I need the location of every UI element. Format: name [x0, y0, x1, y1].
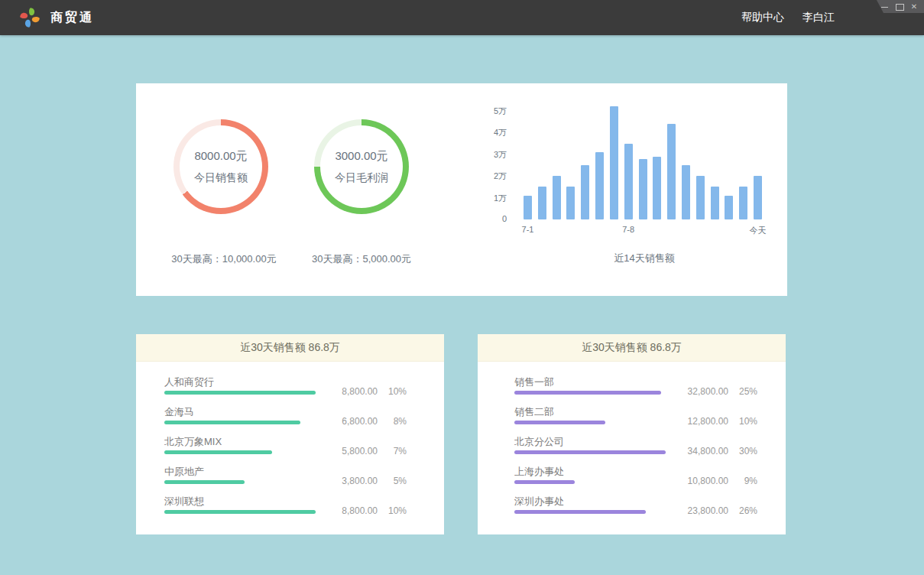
sales-amount: 8,800.00 [324, 386, 378, 397]
progress-bar [164, 421, 300, 424]
y-axis-tick: 3万 [461, 149, 507, 161]
topbar-links: 帮助中心 李白江 [741, 0, 835, 35]
today-sales-label: 今日销售额 [194, 171, 248, 185]
department-ranking-list: 销售一部 32,800.00 25% 销售二部 12,800.00 10% 北京… [478, 362, 786, 524]
customer-name: 北京万象MIX [164, 435, 222, 449]
sales-bar [624, 144, 633, 219]
row-values: 23,800.00 26% [675, 505, 757, 516]
customer-name: 深圳联想 [164, 495, 204, 508]
sales-bar [739, 187, 747, 219]
list-item: 销售一部 32,800.00 25% [514, 375, 757, 404]
list-item: 人和商贸行 8,800.00 10% [164, 375, 407, 404]
title-bar: 商贸通 帮助中心 李白江 ✕ [0, 0, 924, 35]
y-axis-tick: 4万 [461, 127, 507, 138]
department-ranking-card: 近30天销售额 86.8万 销售一部 32,800.00 25% 销售二部 12… [478, 334, 786, 534]
progress-bar [514, 391, 661, 395]
sales-amount: 6,800.00 [324, 416, 378, 427]
sales-percent: 10% [728, 416, 757, 427]
close-icon[interactable]: ✕ [910, 3, 918, 11]
department-name: 销售一部 [514, 375, 554, 389]
maximize-icon[interactable] [896, 3, 903, 11]
today-profit-value: 3000.00元 [335, 149, 387, 164]
row-values: 3,800.00 5% [324, 476, 407, 486]
sales-bar [711, 187, 719, 219]
sales-bar [524, 196, 532, 219]
window-controls: ✕ [877, 0, 924, 13]
sales-bar [725, 196, 733, 219]
progress-bar [164, 480, 245, 484]
x-axis-tick: 7-8 [605, 225, 651, 234]
x-axis-tick: 今天 [735, 225, 781, 236]
progress-bar [514, 480, 575, 484]
list-item: 中原地产 3,800.00 5% [164, 464, 407, 494]
today-sales-donut-chart: 8000.00元 今日销售额 [173, 119, 268, 214]
sales-percent: 5% [378, 476, 407, 486]
y-axis-tick: 2万 [461, 171, 507, 182]
progress-track [164, 391, 316, 395]
progress-bar [164, 510, 316, 514]
row-values: 8,800.00 10% [324, 386, 407, 397]
progress-track [164, 480, 316, 484]
progress-track [164, 450, 316, 454]
progress-bar [514, 421, 605, 424]
list-item: 上海办事处 10,800.00 9% [514, 464, 757, 494]
sales-percent: 8% [378, 416, 407, 427]
department-name: 销售二部 [514, 405, 554, 419]
sales-bar [610, 106, 618, 219]
sales-amount: 10,800.00 [675, 476, 728, 486]
sales-percent: 25% [728, 386, 757, 397]
sales-bar [595, 152, 604, 219]
sales-amount: 32,800.00 [675, 386, 728, 397]
sales-percent: 30% [728, 446, 757, 456]
progress-bar [164, 450, 272, 454]
list-item: 北京分公司 34,800.00 30% [514, 434, 757, 464]
sales-percent: 10% [378, 386, 407, 397]
sales-bar [653, 157, 661, 219]
list-item: 深圳办事处 23,800.00 26% [514, 494, 757, 524]
list-item: 北京万象MIX 5,800.00 7% [164, 434, 407, 464]
progress-bar [514, 450, 666, 454]
today-sales-30day-high: 30天最高：10,000.00元 [148, 252, 300, 266]
x-axis-tick: 7-1 [505, 225, 551, 234]
sales-bar [682, 165, 690, 219]
sales-bar [696, 176, 705, 219]
y-axis-tick: 1万 [461, 193, 507, 204]
user-name-link[interactable]: 李白江 [802, 11, 835, 24]
y-axis-tick: 0 [461, 214, 507, 223]
progress-track [164, 510, 316, 514]
customer-name: 中原地产 [164, 465, 204, 479]
sales-bars [524, 101, 762, 219]
progress-track [164, 421, 316, 424]
progress-track [514, 391, 666, 395]
sales-bar [566, 187, 575, 219]
sales-percent: 7% [378, 446, 407, 456]
help-center-link[interactable]: 帮助中心 [741, 11, 784, 24]
row-values: 6,800.00 8% [324, 416, 407, 427]
department-name: 上海办事处 [514, 465, 564, 479]
row-values: 34,800.00 30% [675, 446, 757, 456]
sales-amount: 34,800.00 [675, 446, 728, 456]
customer-name: 人和商贸行 [164, 375, 214, 389]
sales-percent: 9% [728, 476, 757, 486]
row-values: 10,800.00 9% [675, 476, 757, 486]
minimize-icon[interactable] [881, 3, 889, 11]
progress-track [514, 450, 666, 454]
customer-ranking-title: 近30天销售额 86.8万 [136, 334, 444, 362]
sales-amount: 3,800.00 [324, 476, 378, 486]
sales-bar [754, 176, 762, 219]
row-values: 5,800.00 7% [324, 446, 407, 456]
app-title: 商贸通 [50, 0, 94, 35]
progress-bar [514, 510, 646, 514]
progress-track [514, 421, 666, 424]
customer-ranking-card: 近30天销售额 86.8万 人和商贸行 8,800.00 10% 金海马 6,8… [136, 334, 444, 534]
department-name: 深圳办事处 [514, 495, 564, 508]
overview-card: 8000.00元 今日销售额 30天最高：10,000.00元 3000.00元… [136, 83, 787, 296]
sales-amount: 23,800.00 [675, 505, 728, 516]
department-name: 北京分公司 [514, 435, 564, 449]
today-profit-label: 今日毛利润 [335, 171, 388, 185]
department-ranking-title: 近30天销售额 86.8万 [478, 334, 786, 362]
row-values: 32,800.00 25% [675, 386, 757, 397]
sales-bar [639, 159, 647, 220]
app-logo-pinwheel-icon [18, 6, 41, 29]
today-profit-30day-high: 30天最高：5,000.00元 [285, 252, 438, 266]
